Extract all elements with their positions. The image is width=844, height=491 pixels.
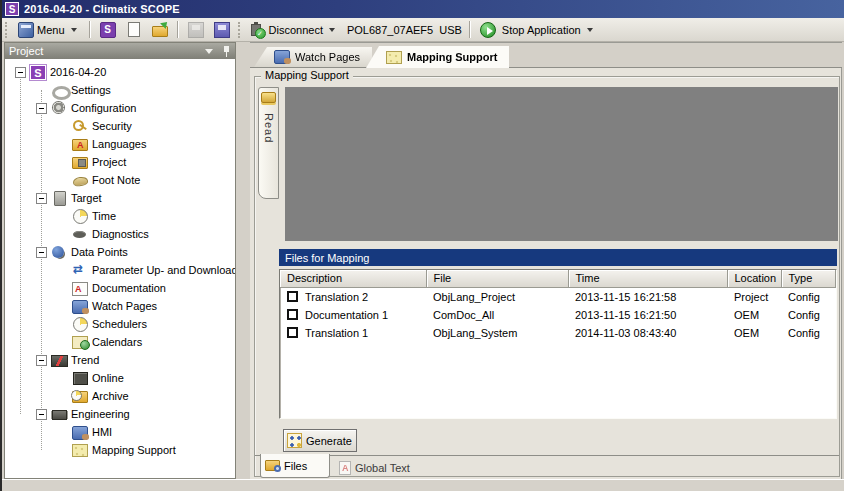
- column-header-description[interactable]: Description: [280, 270, 426, 287]
- toolbar-grip[interactable]: [238, 22, 243, 38]
- tree-item-archive[interactable]: Archive: [5, 387, 235, 405]
- save-all-button[interactable]: [209, 19, 235, 40]
- tree-item-trend[interactable]: Trend: [5, 351, 235, 369]
- tree-item-hmi[interactable]: HMI: [5, 423, 235, 441]
- generate-button[interactable]: Generate: [283, 429, 357, 452]
- tree-item-label: Archive: [92, 390, 129, 402]
- stop-application-button[interactable]: Stop Application: [475, 19, 601, 40]
- expand-toggle[interactable]: [36, 355, 47, 366]
- panel-chevron-down-icon[interactable]: [205, 49, 213, 54]
- documentation-icon: [72, 282, 88, 296]
- table-row[interactable]: Translation 1ObjLang_System2014-11-03 08…: [280, 324, 836, 342]
- table-header-row: Description File Time Location Type: [280, 270, 836, 287]
- generate-label: Generate: [306, 435, 352, 447]
- tree-item-project[interactable]: Project: [5, 153, 235, 171]
- expand-toggle[interactable]: [36, 247, 47, 258]
- toolbar-grip[interactable]: [5, 22, 10, 38]
- tree-item-label: Diagnostics: [92, 228, 149, 240]
- expand-toggle[interactable]: [36, 193, 47, 204]
- watch-pages-icon: [72, 300, 88, 314]
- device-type-label: USB: [439, 24, 462, 36]
- languages-icon: [72, 139, 88, 151]
- tree-item-diagnostics[interactable]: Diagnostics: [5, 225, 235, 243]
- menu-button[interactable]: Menu: [13, 19, 85, 40]
- column-header-file[interactable]: File: [426, 270, 568, 287]
- tree-item-label: Schedulers: [92, 318, 147, 330]
- title-bar: S 2016-04-20 - Climatix SCOPE: [2, 0, 844, 18]
- row-checkbox[interactable]: [287, 309, 298, 320]
- tree-item-label: Project: [92, 156, 126, 168]
- panel-pin-icon[interactable]: [223, 46, 231, 57]
- tab-label: Mapping Support: [407, 51, 497, 63]
- generate-icon: [287, 433, 302, 448]
- tree-item-documentation[interactable]: Documentation: [5, 279, 235, 297]
- tree-item-label: Settings: [71, 84, 111, 96]
- tree-item-label: Engineering: [71, 408, 130, 420]
- schedulers-clock-icon: [72, 316, 88, 332]
- tree-item-configuration[interactable]: Configuration: [5, 99, 235, 117]
- tree-item-engineering[interactable]: Engineering: [5, 405, 235, 423]
- tree-item-settings[interactable]: Settings: [5, 81, 235, 99]
- column-header-type[interactable]: Type: [781, 270, 836, 287]
- table-row[interactable]: Translation 2ObjLang_Project2013-11-15 1…: [280, 287, 836, 306]
- mapping-content-area: [285, 87, 838, 241]
- read-database-icon: [261, 92, 276, 103]
- column-header-time[interactable]: Time: [568, 270, 727, 287]
- data-points-icon: [51, 244, 67, 260]
- row-checkbox[interactable]: [287, 291, 298, 302]
- open-button[interactable]: [147, 19, 173, 40]
- project-panel: Project S2016-04-20SettingsConfiguration…: [4, 42, 236, 479]
- archive-icon: [72, 391, 88, 403]
- expand-toggle[interactable]: [36, 409, 47, 420]
- expand-toggle[interactable]: [36, 103, 47, 114]
- time-cell: 2013-11-15 16:21:58: [568, 287, 727, 306]
- tab-mapping-support[interactable]: Mapping Support: [366, 46, 509, 68]
- new-file-button[interactable]: [121, 19, 147, 40]
- row-checkbox[interactable]: [287, 327, 298, 338]
- toolbar-separator: [469, 21, 471, 38]
- configuration-icon: [51, 100, 67, 116]
- tree-item-mapping-support[interactable]: Mapping Support: [5, 441, 235, 459]
- usb-disconnect-icon: [251, 24, 261, 36]
- description-cell: Documentation 1: [280, 306, 426, 324]
- hmi-icon: [72, 426, 88, 440]
- tree-item-time[interactable]: Time: [5, 207, 235, 225]
- disconnect-button[interactable]: Disconnect: [246, 19, 343, 40]
- tree-item-security[interactable]: Security: [5, 117, 235, 135]
- tree-item-calendars[interactable]: Calendars: [5, 333, 235, 351]
- project-panel-title: Project: [9, 45, 205, 57]
- expand-toggle[interactable]: [15, 67, 26, 78]
- table-row[interactable]: Documentation 1ComDoc_All2013-11-15 16:2…: [280, 306, 836, 324]
- tab-global-text[interactable]: Global Text: [335, 458, 447, 478]
- project-tree: S2016-04-20SettingsConfigurationSecurity…: [5, 59, 235, 478]
- tab-files[interactable]: Files: [260, 454, 330, 478]
- project-folder-icon: [72, 157, 88, 169]
- tab-watch-pages[interactable]: Watch Pages: [254, 47, 372, 67]
- device-name-label: POL687_07AEF5: [347, 24, 433, 36]
- tree-item-label: Time: [92, 210, 116, 222]
- tree-item-languages[interactable]: Languages: [5, 135, 235, 153]
- tree-item-label: Documentation: [92, 282, 166, 294]
- play-icon: [480, 22, 496, 38]
- disconnect-label: Disconnect: [269, 24, 323, 36]
- read-tab-label: Read: [263, 113, 275, 143]
- trend-chart-icon: [51, 352, 67, 368]
- disconnect-caret-icon: [329, 28, 335, 32]
- files-table: Description File Time Location Type Tran…: [279, 269, 837, 419]
- tree-item-watch-pages[interactable]: Watch Pages: [5, 297, 235, 315]
- description-cell: Translation 2: [280, 288, 426, 306]
- toolbar: Menu S Disconnect POL687_07AEF5 USB Stop…: [2, 18, 844, 42]
- location-cell: OEM: [727, 306, 781, 324]
- tree-item-2016-04-20[interactable]: S2016-04-20: [5, 63, 235, 81]
- tree-item-target[interactable]: Target: [5, 189, 235, 207]
- column-header-location[interactable]: Location: [727, 270, 781, 287]
- tree-item-online[interactable]: Online: [5, 369, 235, 387]
- read-flyout-tab[interactable]: Read: [258, 87, 279, 199]
- scope-button[interactable]: S: [95, 19, 121, 40]
- tree-item-schedulers[interactable]: Schedulers: [5, 315, 235, 333]
- tree-item-label: Calendars: [92, 336, 142, 348]
- description-label: Translation 2: [305, 291, 368, 303]
- tree-item-foot-note[interactable]: Foot Note: [5, 171, 235, 189]
- tree-item-parameter-up-and-download[interactable]: Parameter Up- and Download: [5, 261, 235, 279]
- tree-item-data-points[interactable]: Data Points: [5, 243, 235, 261]
